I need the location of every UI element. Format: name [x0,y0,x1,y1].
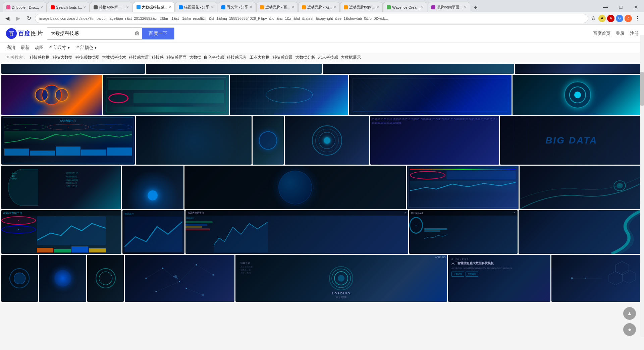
list-item[interactable] [349,75,512,115]
tab-close-3[interactable]: ✕ [126,5,129,9]
list-item[interactable]: XXX数据中心 ● ● ● [1,116,135,165]
tab-search-fonts[interactable]: Search fonts |... ✕ [47,2,90,12]
list-item[interactable]: 0110100100101011010011001011010010010101… [370,116,499,165]
tag-14[interactable]: 未来科技感 [318,55,338,60]
filter-hd[interactable]: 高清 [7,45,15,51]
url-bar[interactable]: image.baidu.com/search/index?tn=baiduima… [35,14,588,23]
list-item[interactable] [323,64,514,74]
tab-bigdata[interactable]: 大数据科技感... ✕ [133,2,175,12]
tab-maoqq[interactable]: 猫圈圈花 - 知乎 ✕ [175,2,217,12]
tab-sport3[interactable]: 运动品牌logo ... ✕ [340,2,383,12]
scroll-top-button[interactable]: ▲ [623,307,636,320]
tab-close-1[interactable]: ✕ [40,5,43,9]
search-input[interactable] [47,28,132,39]
ext-icon-3[interactable]: G [616,15,623,22]
close-button[interactable]: ✕ [629,2,644,12]
tag-9[interactable]: 白色科技感 [204,55,224,60]
list-item[interactable] [513,75,643,115]
tab-close-7[interactable]: ✕ [291,5,294,9]
tag-11[interactable]: 工业大数据 [250,55,270,60]
tab-sport1[interactable]: 运动品牌 - 百... ✕ [256,2,298,12]
filter-new[interactable]: 最新 [21,45,30,51]
list-item[interactable]: 机器大数据平台 ● ● [1,210,121,254]
list-item[interactable] [520,166,643,209]
tab-wave[interactable]: Wave Ice Crea... ✕ [383,2,427,12]
list-item[interactable] [230,75,348,115]
tag-8[interactable]: 大数据 [189,55,201,60]
tab-dewu[interactable]: 得物App-新一... ✕ [90,2,132,12]
list-item[interactable]: 机器大数据平台 ✕ 目标设定 [185,210,408,254]
tag-3[interactable]: 科技感数据图 [75,55,99,60]
tab-close-11[interactable]: ✕ [464,5,467,9]
list-item[interactable] [103,75,229,115]
tag-2[interactable]: 科技大数据 [52,55,72,60]
list-item[interactable] [146,64,321,74]
list-item[interactable] [1,64,145,74]
tag-7[interactable]: 科技感界面 [166,55,186,60]
baidu-logo-icon: 百 [5,27,17,40]
tag-15[interactable]: 大数据展示 [341,55,361,60]
tab-close-4[interactable]: ✕ [168,5,171,9]
list-item[interactable] [125,255,234,302]
list-item[interactable] [253,116,284,165]
tab-logo[interactable]: 潮牌logo|平面... ✕ [428,2,470,12]
filter-gif[interactable]: 动图 [35,45,44,51]
list-item[interactable] [39,255,87,302]
scroll-bottom-button[interactable]: ● [623,323,636,336]
new-tab-button[interactable]: + [471,3,481,12]
minimize-button[interactable]: — [598,2,613,12]
ext-icon-1[interactable]: A [598,15,606,22]
filter-color[interactable]: 全部颜色▼ [76,45,97,51]
list-item[interactable] [407,166,519,209]
bookmark-icon[interactable]: ☆ [590,14,597,23]
tab-close-2[interactable]: ✕ [83,5,86,9]
tab-close-5[interactable]: ✕ [211,5,214,9]
list-item[interactable] [1,75,102,115]
login-link[interactable]: 登录 [616,31,625,37]
list-item[interactable] [87,255,124,302]
ext-icon-4[interactable]: Z [625,15,632,22]
tab-close-10[interactable]: ✕ [421,5,424,9]
tab-dribbble[interactable]: Dribbble - Disc... ✕ [3,2,47,12]
tab-sport2[interactable]: 运动品牌 - 站... ✕ [298,2,340,12]
tab-write[interactable]: 写文章 - 知乎 ✕ [218,2,256,12]
list-item[interactable]: 数据监控 [122,210,184,254]
list-item[interactable] [285,116,369,165]
list-item[interactable]: BIG DATA [500,116,643,165]
baidu-homepage-link[interactable]: 百度首页 [593,31,610,37]
search-submit-button[interactable]: 百度一下 [142,28,174,39]
scrollbar-track[interactable] [640,35,644,337]
refresh-button[interactable]: ↻ [24,14,34,23]
list-item[interactable] [122,166,183,209]
list-item[interactable] [1,255,38,302]
svg-point-29 [571,277,573,279]
list-item[interactable]: Dashboard ✕ ○ [409,210,518,254]
tag-1[interactable]: 科技感数据 [30,55,50,60]
list-item[interactable] [136,116,252,165]
tab-close-8[interactable]: ✕ [333,5,336,9]
scrollbar-thumb[interactable] [640,72,644,106]
filter-size[interactable]: 全部尺寸▼ [49,45,70,51]
list-item[interactable] [519,210,643,254]
camera-search-button[interactable] [132,28,142,39]
tag-12[interactable]: 科技感背景 [272,55,292,60]
tag-6[interactable]: 科技感 [152,55,164,60]
back-button[interactable]: ◀ [3,14,12,23]
tab-close-9[interactable]: ✕ [376,5,379,9]
register-link[interactable]: 注册 [630,31,639,37]
list-item[interactable] [515,64,643,74]
tag-5[interactable]: 科技感大屏 [129,55,149,60]
list-item[interactable] [184,166,406,209]
tag-13[interactable]: 大数据分析 [295,55,315,60]
forward-button[interactable]: ▶ [13,14,23,23]
tab-close-6[interactable]: ✕ [250,5,252,9]
tag-10[interactable]: 科技感元素 [227,55,247,60]
list-item[interactable]: BUSINESS 人工智能信息化大数据科技模板 ARTIFICIAL INFOR… [448,255,550,302]
list-item[interactable]: YOUNING LOADING 帝米 映像 [235,255,447,302]
menu-icon[interactable]: ⋮ [633,14,641,23]
maximize-button[interactable]: □ [613,2,629,12]
ext-icon-2[interactable]: A [607,15,614,22]
list-item[interactable] [551,255,643,302]
tag-4[interactable]: 大数据科技术 [102,55,126,60]
list-item[interactable]: ⚙⚙⚙⚙⚙⚙⚙⚙ 0100101100110010101011001001001… [1,166,121,209]
